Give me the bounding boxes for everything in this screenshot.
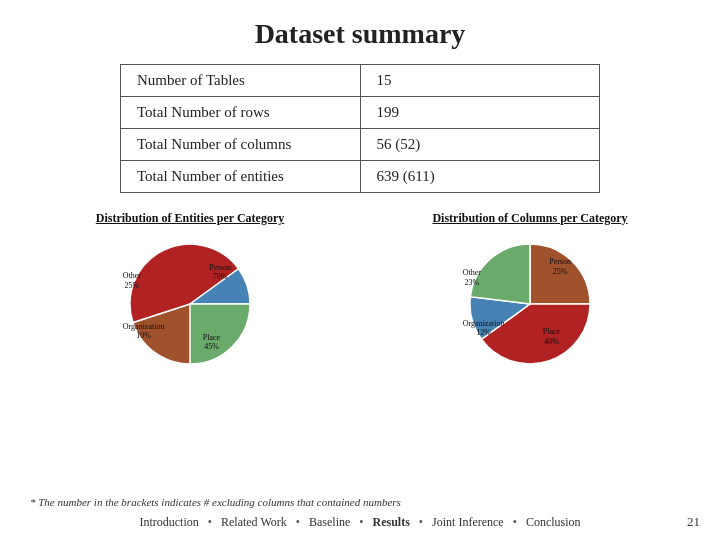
- nav-item-baseline[interactable]: Baseline: [309, 515, 350, 529]
- nav-bullet: •: [416, 515, 426, 529]
- table-label: Total Number of columns: [121, 129, 361, 161]
- table-label: Total Number of rows: [121, 97, 361, 129]
- nav-bullet: •: [356, 515, 366, 529]
- chart-columns: Distribution of Columns per Category Per…: [380, 211, 680, 372]
- slide-number: 21: [687, 514, 700, 530]
- nav-item-results[interactable]: Results: [373, 515, 410, 529]
- nav-item-related-work[interactable]: Related Work: [221, 515, 287, 529]
- table-row: Number of Tables15: [121, 65, 600, 97]
- table-row: Total Number of columns56 (52): [121, 129, 600, 161]
- nav-bullet: •: [510, 515, 520, 529]
- nav-bullet: •: [293, 515, 303, 529]
- nav-item-conclusion[interactable]: Conclusion: [526, 515, 581, 529]
- table-value: 199: [360, 97, 599, 129]
- table-value: 639 (611): [360, 161, 599, 193]
- chart-entities-pie: Person 70%Place 45%Organization 10%Other…: [110, 232, 270, 372]
- pie-svg-columns: [450, 232, 610, 372]
- summary-table: Number of Tables15Total Number of rows19…: [120, 64, 600, 193]
- page-title: Dataset summary: [0, 0, 720, 64]
- table-row: Total Number of entities639 (611): [121, 161, 600, 193]
- nav-bar: Introduction • Related Work • Baseline •…: [0, 515, 720, 530]
- table-value: 15: [360, 65, 599, 97]
- table-label: Total Number of entities: [121, 161, 361, 193]
- nav-item-joint-inference[interactable]: Joint Inference: [432, 515, 504, 529]
- table-label: Number of Tables: [121, 65, 361, 97]
- nav-bullet: •: [205, 515, 215, 529]
- table-value: 56 (52): [360, 129, 599, 161]
- chart-columns-title: Distribution of Columns per Category: [432, 211, 627, 226]
- chart-entities: Distribution of Entities per Category Pe…: [40, 211, 340, 372]
- nav-item-introduction[interactable]: Introduction: [139, 515, 198, 529]
- chart-columns-pie: Person 25%Place 40%Organization 12%Other…: [450, 232, 610, 372]
- footer-note: * The number in the brackets indicates #…: [30, 496, 401, 508]
- charts-row: Distribution of Entities per Category Pe…: [0, 211, 720, 372]
- pie-svg-entities: [110, 232, 270, 372]
- chart-entities-title: Distribution of Entities per Category: [96, 211, 284, 226]
- table-row: Total Number of rows199: [121, 97, 600, 129]
